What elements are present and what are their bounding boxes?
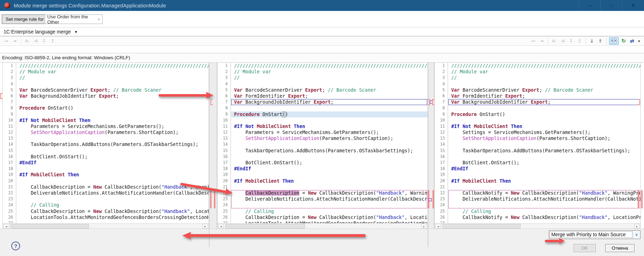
prev-difference-icon[interactable]: ↑A (559, 37, 566, 45)
annotation-arrow-merge-mode (545, 238, 565, 244)
diff-connector-icon (429, 198, 432, 201)
code-editor[interactable]: ////////////////////////////////////////… (448, 63, 640, 223)
diff-toolbar: ↦ ↠ A↓ ↑A ↧ ↥ ↦ ↠ A↓ ↑A ↧ ↥ ⇓ ⇑ ↻ ⇄ ▾ (0, 36, 644, 46)
toolbar-separator (606, 38, 607, 44)
chevron-down-icon: ∨ (97, 17, 100, 22)
line-number-gutter: 1234567891011121314151617181920212223242… (435, 63, 448, 223)
scroll-right-icon[interactable]: ▸ (634, 224, 640, 228)
goto-next-change-icon[interactable]: ↠ (11, 37, 19, 45)
horizontal-scrollbar[interactable]: ◂ ▸ (435, 223, 640, 228)
1c-logo-icon (4, 2, 10, 8)
minimize-button[interactable]: — (578, 0, 600, 11)
line-number-gutter: 1234567891011121314151617181920212223242… (217, 63, 231, 223)
next-difference-icon[interactable]: A↓ (550, 37, 558, 45)
encoding-status: Encoding: ISO-8859-2, Line ending format… (2, 55, 130, 60)
diff-marker-bar (433, 190, 434, 208)
code-editor[interactable]: ////////////////////////////////////////… (231, 63, 428, 223)
merge-rule-toolbar: Set merge rule for all Use Order from th… (0, 11, 644, 28)
scroll-left-icon[interactable]: ◂ (4, 224, 9, 228)
merge-mode-value: Merge with Priority to Main Source (550, 232, 632, 238)
three-way-merge-view: Encoding: ISO-8859-2, Line ending format… (0, 46, 644, 228)
merge-tab-row: 1C:Enterprise language merge ▼ (0, 28, 644, 36)
diff-marker-bracket (210, 99, 213, 105)
merge-rule-select[interactable]: Use Order from the Other ∨ (45, 14, 103, 24)
prev-difference-icon[interactable]: ↑A (32, 37, 39, 45)
code-panel-merge-result[interactable]: 1234567891011121314151617181920212223242… (434, 63, 641, 228)
window-title: Module merge settings Configuration.Mana… (14, 3, 166, 8)
diff-marker-bar (210, 190, 211, 208)
help-button[interactable]: ? (11, 242, 20, 250)
goto-prev-change-icon[interactable]: ↦ (529, 37, 537, 45)
chevron-down-icon[interactable]: ∨ (633, 231, 640, 239)
diff-marker-bracket (432, 99, 434, 105)
merge-rule-value: Use Order from the Other (47, 14, 97, 25)
ok-button[interactable]: OK (574, 244, 596, 252)
next-block-icon[interactable]: ↧ (567, 37, 575, 45)
close-button[interactable]: X (622, 0, 644, 11)
code-panel-main-source[interactable]: 1234567891011121314151617181920212223242… (2, 63, 209, 228)
toolbar-separator (548, 38, 548, 44)
code-panel-other-source[interactable]: 1234567891011121314151617181920212223242… (217, 63, 428, 228)
prev-block-icon[interactable]: ↥ (49, 37, 56, 45)
horizontal-scrollbar[interactable]: ◂ ▸ (3, 223, 209, 228)
scroll-right-icon[interactable]: ▸ (202, 224, 208, 228)
diff-marker-bracket (0, 93, 2, 99)
module-merge-settings-dialog: Module merge settings Configuration.Mana… (0, 0, 644, 256)
tab-caret-icon: ▼ (74, 30, 78, 34)
horizontal-scrollbar[interactable]: ◂ ▸ (217, 223, 428, 228)
line-number-gutter: 1234567891011121314151617181920212223242… (3, 63, 16, 223)
toolbar-separator (21, 38, 21, 44)
split-view-toggle-icon[interactable] (609, 37, 619, 45)
panel-divider-extension (428, 229, 428, 247)
apply-change-down-icon[interactable]: ⇓ (588, 37, 596, 45)
maximize-button[interactable]: □ (600, 0, 622, 11)
cancel-button[interactable]: Отмена (605, 244, 634, 252)
scroll-left-icon[interactable]: ◂ (435, 224, 441, 228)
annotation-arrow-line6 (159, 92, 213, 98)
toolbar-separator (585, 38, 586, 44)
title-bar[interactable]: Module merge settings Configuration.Mana… (0, 0, 644, 11)
scroll-right-icon[interactable]: ▸ (421, 224, 427, 228)
scrollbar-thumb[interactable] (442, 224, 521, 228)
scrollbar-thumb[interactable] (225, 224, 305, 228)
more-options-caret-icon[interactable]: ▾ (637, 37, 642, 45)
goto-prev-change-icon[interactable]: ↦ (2, 37, 10, 45)
refresh-icon[interactable]: ↻ (620, 37, 627, 45)
next-block-icon[interactable]: ↧ (40, 37, 48, 45)
tab-1c-language-merge[interactable]: 1C:Enterprise language merge ▼ (4, 29, 78, 35)
scroll-left-icon[interactable]: ◂ (218, 224, 224, 228)
goto-next-change-icon[interactable]: ↠ (538, 37, 546, 45)
next-difference-icon[interactable]: A↓ (23, 37, 31, 45)
merge-navigation-icon[interactable]: ⇄ (628, 37, 636, 45)
scrollbar-thumb[interactable] (11, 224, 89, 228)
annotation-arrow-bottom-left (182, 232, 366, 239)
apply-change-up-icon[interactable]: ⇑ (596, 37, 604, 45)
diff-marker-bracket (638, 99, 640, 105)
prev-block-icon[interactable]: ↥ (576, 37, 583, 45)
diff-marker-bar (638, 190, 639, 208)
diff-marker-bar (641, 190, 643, 208)
panel-header-strip: Encoding: ISO-8859-2, Line ending format… (0, 53, 644, 63)
code-editor[interactable]: ////////////////////////////////////////… (17, 63, 209, 223)
